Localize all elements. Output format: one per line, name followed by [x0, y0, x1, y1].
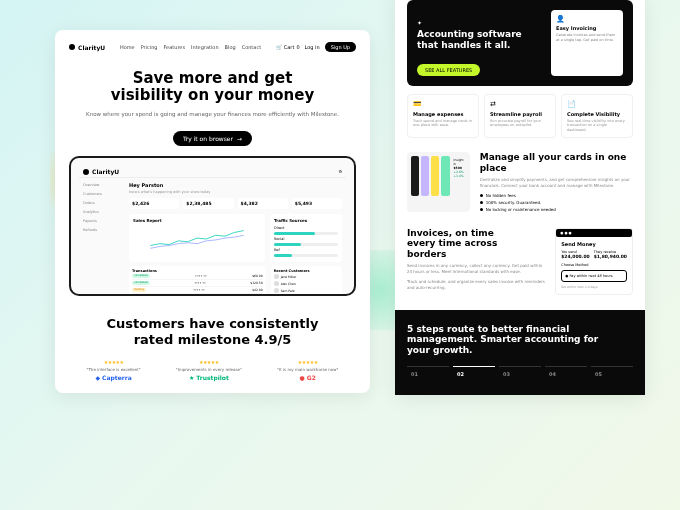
cta-button[interactable]: Try it on browser → — [173, 131, 252, 146]
dark-hero: ✦ Accounting software that handles it al… — [407, 0, 633, 86]
customers-card: Recent Customers Jane Miller Alex Chen S… — [271, 266, 342, 296]
see-features-button[interactable]: SEE ALL FEATURES — [417, 64, 480, 76]
invoices-title: Invoices, on timeevery time acrossborder… — [407, 228, 545, 259]
signup-button[interactable]: Sign Up — [325, 42, 356, 52]
g2-icon: ● — [300, 374, 305, 381]
cards-widget: Insight in $500 +2.6% +3.4% — [407, 152, 470, 212]
g2-logo[interactable]: ●G2 — [277, 374, 338, 381]
greeting: Hey Parston — [129, 182, 342, 188]
hero-subtitle: Know where your spend is going and manag… — [69, 111, 356, 119]
cards-section: Insight in $500 +2.6% +3.4% Manage all y… — [407, 152, 633, 214]
bullet: No hidden fees — [480, 193, 633, 198]
top-nav: ClarityU Home Pricing Features Integrati… — [69, 42, 356, 52]
sidebar-item[interactable]: Payouts — [81, 218, 117, 224]
stars-icon: ★★★★★ — [87, 359, 141, 365]
nav-pricing[interactable]: Pricing — [141, 44, 158, 50]
nav-blog[interactable]: Blog — [225, 44, 236, 50]
nav-contact[interactable]: Contact — [242, 44, 261, 50]
star-icon: ★ — [189, 374, 194, 381]
stat-card: $5,493 — [292, 198, 342, 209]
person-icon: 👤 — [556, 15, 618, 23]
feature-visibility: 📄 Complete Visibility See real-time visi… — [561, 94, 633, 139]
method-option[interactable]: ● Pay within next 48 hours — [561, 270, 627, 282]
card-icon: 💳 — [413, 100, 473, 108]
feature-expenses: 💳 Manage expenses Track spend and manage… — [407, 94, 479, 139]
landing-page-left: ClarityU Home Pricing Features Integrati… — [55, 30, 370, 393]
cards-desc: Centralize and simplify payments, and ge… — [480, 177, 633, 188]
nav-integration[interactable]: Integration — [191, 44, 219, 50]
sidebar-item[interactable]: Orders — [81, 200, 117, 206]
review-trustpilot: ★★★★★ "Improvements in every release" ★T… — [176, 359, 242, 381]
send-money-widget: ● ● ● Send Money You send$24,000.00 They… — [555, 228, 633, 295]
avatar — [274, 274, 279, 279]
hero-title: Save more and getvisibility on your mone… — [69, 70, 356, 105]
logo-icon — [69, 44, 75, 50]
ratings-section: Customers have consistentlyrated milesto… — [69, 316, 356, 381]
feature-invoicing: 👤 Easy Invoicing Generate invoices and s… — [551, 10, 623, 76]
sparkle-icon: ✦ — [417, 19, 422, 26]
dash-logo: ClarityU — [83, 168, 119, 175]
feature-grid: 💳 Manage expenses Track spend and manage… — [407, 94, 633, 139]
trustpilot-logo[interactable]: ★Trustpilot — [176, 374, 242, 381]
stat-card: $2,38,485 — [183, 198, 233, 209]
sidebar-item[interactable]: Overview — [81, 182, 117, 188]
step-2[interactable]: 02 — [453, 366, 495, 381]
step-5[interactable]: 05 — [591, 366, 633, 381]
dark-hero-title: Accounting software that handles it all. — [417, 29, 541, 51]
capterra-logo[interactable]: ◆Capterra — [87, 374, 141, 381]
nav-features[interactable]: Features — [164, 44, 186, 50]
review-capterra: ★★★★★ "The interface is excellent" ◆Capt… — [87, 359, 141, 381]
sidebar-item[interactable]: Analytics — [81, 209, 117, 215]
greeting-sub: here's what's happening with your store … — [129, 190, 342, 194]
sidebar-item[interactable]: Customers — [81, 191, 117, 197]
line-chart-icon — [133, 225, 261, 253]
doc-icon: 📄 — [567, 100, 627, 108]
step-3[interactable]: 03 — [499, 366, 541, 381]
step-1[interactable]: 01 — [407, 366, 449, 381]
stat-card: $2,426 — [129, 198, 179, 209]
review-g2: ★★★★★ "It is my main workhorse now" ●G2 — [277, 359, 338, 381]
hero: Save more and getvisibility on your mone… — [69, 70, 356, 146]
cart-button[interactable]: 🛒 Cart 0 — [276, 44, 300, 50]
step-4[interactable]: 04 — [545, 366, 587, 381]
nav-links: Home Pricing Features Integration Blog C… — [120, 44, 261, 50]
sidebar-item[interactable]: Refunds — [81, 227, 117, 233]
dash-sidebar: Overview Customers Orders Analytics Payo… — [79, 178, 119, 296]
stat-card: $4,382 — [238, 198, 288, 209]
cards-title: Manage all your cards in one place — [480, 152, 633, 173]
ratings-title: Customers have consistentlyrated milesto… — [69, 316, 356, 347]
login-link[interactable]: Log in — [305, 44, 320, 50]
invoices-section: Invoices, on timeevery time acrossborder… — [407, 228, 633, 295]
transactions-card: Transactions Completed•••• ••$68.00 Comp… — [129, 266, 266, 296]
nav-home[interactable]: Home — [120, 44, 135, 50]
capterra-icon: ◆ — [95, 374, 100, 381]
brand-name: ClarityU — [78, 44, 105, 51]
traffic-card: Traffic Sources Direct Social Ref — [270, 214, 342, 262]
steps-footer: 5 steps route to better financialmanagem… — [395, 310, 645, 395]
dashboard-preview: ClarityU⚙ Overview Customers Orders Anal… — [69, 156, 356, 296]
footer-title: 5 steps route to better financialmanagem… — [407, 324, 633, 356]
logo[interactable]: ClarityU — [69, 44, 105, 51]
feature-payroll: ⇄ Streamline payroll Run accurate payrol… — [484, 94, 556, 139]
sales-chart: Sales Report — [129, 214, 265, 262]
landing-page-right: ✦ Accounting software that handles it al… — [395, 0, 645, 395]
arrow-icon: → — [237, 135, 242, 142]
flow-icon: ⇄ — [490, 100, 550, 108]
